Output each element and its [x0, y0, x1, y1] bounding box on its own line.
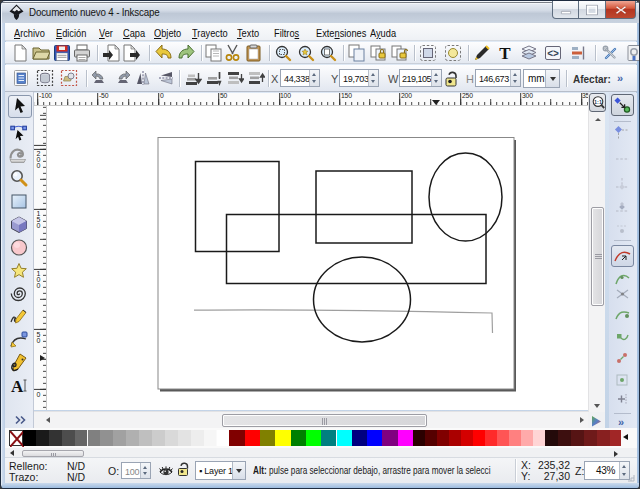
- svg-text:1:1: 1:1: [594, 99, 602, 105]
- svg-text:<>: <>: [547, 48, 559, 59]
- svg-text:T: T: [499, 44, 511, 62]
- svg-text:A: A: [11, 377, 24, 396]
